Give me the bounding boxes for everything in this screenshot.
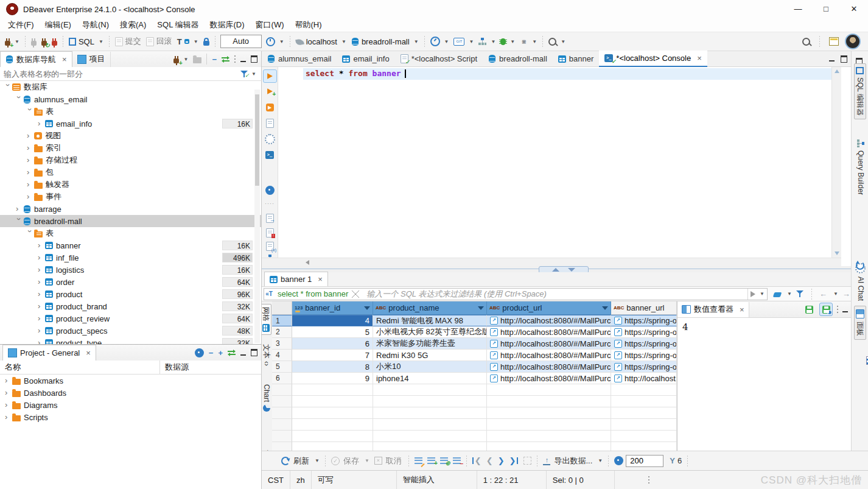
code-area[interactable]: select * from banner <box>303 67 831 258</box>
maximize-button[interactable]: □ <box>812 0 840 18</box>
cell-banner-id[interactable]: 8 <box>292 361 373 373</box>
tree-item-视图[interactable]: ›视图 <box>0 130 261 142</box>
close-icon[interactable]: × <box>62 55 67 64</box>
tab-project-general[interactable]: Project - General × <box>2 345 96 361</box>
filters-menu-icon[interactable] <box>796 290 804 298</box>
collapse-up-icon[interactable] <box>552 268 559 272</box>
tree-item-inf-file[interactable]: ›inf_file496K <box>0 252 261 264</box>
row-number[interactable]: 4 <box>272 350 292 361</box>
grid-settings-button[interactable] <box>612 454 626 468</box>
explain-plan-button[interactable] <box>264 117 276 129</box>
row-number[interactable]: 5 <box>272 361 292 373</box>
expand-filter-icon[interactable] <box>352 290 359 298</box>
chevron-icon[interactable]: › <box>27 181 34 188</box>
editor-tab-email-info[interactable]: email_info <box>337 51 394 66</box>
first-row-button[interactable]: ❮ <box>470 454 484 468</box>
cell-banner-id[interactable]: 7 <box>292 350 373 361</box>
cell-banner-id[interactable]: 5 <box>292 326 373 338</box>
row-count-indicator[interactable]: Y6 <box>667 454 684 468</box>
row-number[interactable]: 6 <box>272 373 292 384</box>
save-value-button[interactable] <box>803 303 815 315</box>
menu-item-sql-编辑器[interactable]: SQL 编辑器 <box>152 18 204 32</box>
column-header-product-name[interactable]: ABCproduct_name <box>373 301 487 315</box>
settings-button[interactable]: +×▼ <box>517 34 539 49</box>
next-row-button[interactable]: ❯ <box>495 454 507 468</box>
maximize-panel-icon[interactable] <box>841 55 847 63</box>
tree-item-order[interactable]: ›order64K <box>0 276 261 288</box>
row-number[interactable]: 3 <box>272 338 292 350</box>
cell-banner-url[interactable]: https://spring-os <box>611 326 677 338</box>
maximize-panel-icon[interactable] <box>251 55 257 63</box>
side-tab-面板[interactable]: 面板 <box>854 306 866 340</box>
cell-product-name[interactable]: Redmi 智能电视 MAX 98 <box>373 315 487 326</box>
ai-assistant-button[interactable] <box>264 133 276 145</box>
tree-item-product-brand[interactable]: ›product_brand32K <box>0 300 261 312</box>
tree-item-表[interactable]: ›表 <box>0 105 261 118</box>
project-item-bookmarks[interactable]: ›Bookmarks <box>0 375 261 387</box>
cell-value-text[interactable]: 4 <box>677 318 851 336</box>
table-row[interactable]: 14Redmi 智能电视 MAX 98http://localhost:8080… <box>272 315 677 326</box>
metadata-view-icon[interactable] <box>866 356 868 365</box>
tree-item-包[interactable]: ›包 <box>0 166 261 178</box>
commit-mode-select[interactable]: Auto <box>220 35 262 48</box>
connect-button[interactable] <box>29 34 39 49</box>
cell-banner-url[interactable]: http://localhost:9 <box>611 373 677 384</box>
chevron-icon[interactable]: › <box>27 169 34 176</box>
tree-item-email-info[interactable]: ›email_info16K <box>0 118 261 130</box>
menu-item-数据库-d[interactable]: 数据库(D) <box>205 18 250 32</box>
duplicate-row-button[interactable]: ⊕ <box>438 454 450 468</box>
view-menu-icon[interactable] <box>234 55 236 63</box>
link-with-editor-icon[interactable] <box>222 56 229 62</box>
auto-save-value-button[interactable] <box>819 303 833 316</box>
transaction-history-dropdown[interactable]: ▼ <box>264 34 287 49</box>
cell-product-url[interactable]: http://localhost:8080/#/MallPurch <box>487 361 611 373</box>
collapse-all-icon[interactable]: − <box>212 55 217 64</box>
new-folder-icon[interactable] <box>193 57 201 63</box>
cell-product-name[interactable]: 小米10 <box>373 361 487 373</box>
tree-item-breadroll-mall[interactable]: ›breadroll-mall <box>0 215 261 227</box>
table-row[interactable]: 36米家智能多功能养生壶http://localhost:8080/#/Mall… <box>272 338 677 350</box>
tree-item-alumnus-email[interactable]: ›alumnus_email <box>0 93 261 105</box>
chevron-icon[interactable]: › <box>15 96 23 104</box>
chevron-icon[interactable]: › <box>4 84 12 91</box>
column-name[interactable]: 名称 <box>0 362 159 373</box>
menu-item-文件-f[interactable]: 文件(F) <box>2 18 40 32</box>
execute-new-tab-button[interactable]: + <box>264 85 276 97</box>
collapse-down-icon[interactable] <box>568 268 575 272</box>
table-row[interactable]: 25小米电视大师 82英寸至尊纪念版http://localhost:8080/… <box>272 326 677 338</box>
chevron-icon[interactable]: › <box>5 377 12 384</box>
tree-item-触发器[interactable]: ›触发器 <box>0 178 261 191</box>
sort-arrow-icon[interactable] <box>478 306 484 310</box>
collapse-all-icon[interactable]: − <box>209 348 214 357</box>
connection-selector[interactable]: localhost▼ <box>293 34 349 49</box>
cell-banner-url[interactable]: https://spring-os <box>611 315 677 326</box>
search-dropdown[interactable]: ▼ <box>546 34 568 49</box>
chevron-icon[interactable]: › <box>5 413 12 421</box>
chevron-icon[interactable]: › <box>5 401 12 409</box>
database-selector[interactable]: breadroll-mall▼ <box>349 34 421 49</box>
cell-product-url[interactable]: http://localhost:8080/#/MallPurch <box>487 338 611 350</box>
side-tab-sql-编辑器[interactable]: SQL 编辑器 <box>854 63 866 119</box>
tree-item-事件[interactable]: ›事件 <box>0 191 261 203</box>
tab-database-navigator[interactable]: 数据库导航 × <box>0 51 72 67</box>
cell-banner-id[interactable]: 9 <box>292 373 373 384</box>
edit-row-button[interactable] <box>412 454 425 468</box>
dashboard-button[interactable]: ▼ <box>428 34 452 49</box>
cell-product-name[interactable]: Redmi K30 5G <box>373 350 487 361</box>
apply-filter-icon[interactable] <box>751 291 755 297</box>
chevron-icon[interactable]: › <box>27 144 34 152</box>
chevron-icon[interactable]: › <box>38 266 45 273</box>
variables-button[interactable]: (x) <box>264 240 276 252</box>
clear-filter-icon[interactable] <box>773 292 782 297</box>
cell-product-name[interactable]: 小米电视大师 82英寸至尊纪念版 <box>373 326 487 338</box>
fetch-all-button[interactable] <box>521 454 534 468</box>
menu-item-帮助-h[interactable]: 帮助(H) <box>289 18 327 32</box>
cell-banner-url[interactable]: https://spring-os <box>611 361 677 373</box>
result-view-tab-chart[interactable]: Chart <box>262 384 271 412</box>
refresh-button[interactable]: 刷新▼ <box>279 454 322 468</box>
disconnect-button[interactable] <box>49 34 60 49</box>
tree-item-数据库[interactable]: ›数据库 <box>0 81 261 93</box>
chevron-icon[interactable]: › <box>38 327 45 334</box>
table-row[interactable]: 47Redmi K30 5Ghttp://localhost:8080/#/Ma… <box>272 350 677 361</box>
maximize-panel-icon[interactable] <box>251 349 257 356</box>
